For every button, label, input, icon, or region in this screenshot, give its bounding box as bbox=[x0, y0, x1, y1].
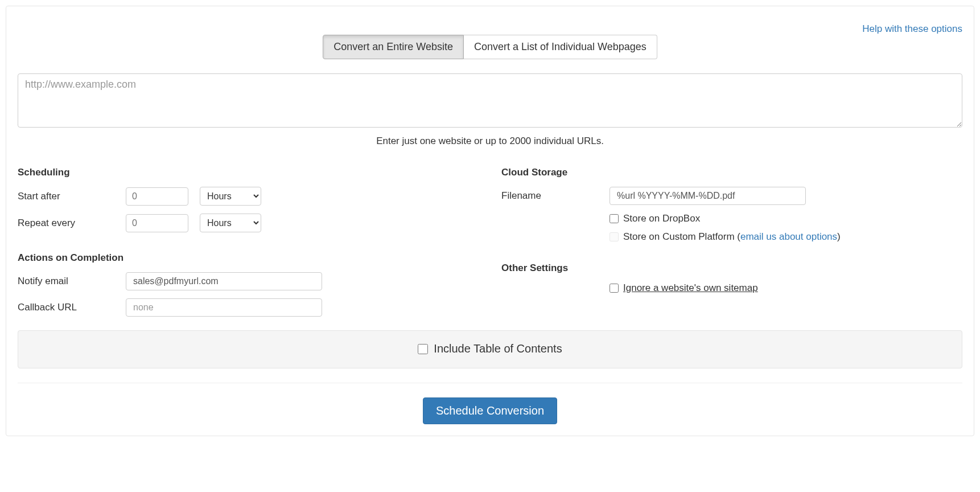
url-input-container bbox=[18, 73, 962, 130]
notify-email-input[interactable] bbox=[126, 272, 322, 290]
custom-platform-checkbox bbox=[610, 232, 619, 241]
callback-url-input[interactable] bbox=[126, 298, 322, 317]
repeat-every-input[interactable] bbox=[126, 214, 188, 232]
left-column: Scheduling Start after Hours Repeat ever… bbox=[18, 167, 479, 325]
filename-input[interactable] bbox=[610, 187, 806, 205]
schedule-conversion-button[interactable]: Schedule Conversion bbox=[423, 397, 557, 424]
divider bbox=[18, 383, 962, 383]
url-textarea[interactable] bbox=[18, 73, 962, 128]
help-link[interactable]: Help with these options bbox=[862, 23, 962, 35]
other-header: Other Settings bbox=[501, 263, 962, 274]
mode-tabs: Convert an Entire Website Convert a List… bbox=[18, 35, 962, 59]
ignore-sitemap-label: Ignore a website's own sitemap bbox=[623, 282, 758, 294]
filename-label: Filename bbox=[501, 190, 610, 202]
repeat-every-unit-select[interactable]: Hours bbox=[200, 214, 261, 232]
ignore-sitemap-checkbox[interactable] bbox=[610, 284, 619, 293]
toc-banner: Include Table of Contents bbox=[18, 330, 962, 368]
settings-panel: Help with these options Convert an Entir… bbox=[6, 6, 974, 436]
cloud-header: Cloud Storage bbox=[501, 167, 962, 178]
repeat-every-label: Repeat every bbox=[18, 218, 126, 229]
tab-convert-list-webpages[interactable]: Convert a List of Individual Webpages bbox=[464, 35, 657, 59]
url-helper-text: Enter just one website or up to 2000 ind… bbox=[18, 136, 962, 147]
toc-label: Include Table of Contents bbox=[434, 342, 562, 355]
notify-email-label: Notify email bbox=[18, 276, 126, 287]
dropbox-checkbox[interactable] bbox=[610, 214, 619, 223]
toc-checkbox[interactable] bbox=[418, 344, 428, 354]
custom-platform-label: Store on Custom Platform (email us about… bbox=[623, 231, 841, 243]
right-column: Cloud Storage Filename Store on DropBox … bbox=[501, 167, 962, 325]
start-after-unit-select[interactable]: Hours bbox=[200, 187, 261, 206]
scheduling-header: Scheduling bbox=[18, 167, 479, 178]
callback-url-label: Callback URL bbox=[18, 302, 126, 313]
actions-header: Actions on Completion bbox=[18, 252, 479, 264]
start-after-label: Start after bbox=[18, 191, 126, 202]
dropbox-label: Store on DropBox bbox=[623, 213, 700, 224]
tab-convert-entire-website[interactable]: Convert an Entire Website bbox=[323, 35, 464, 59]
start-after-input[interactable] bbox=[126, 187, 188, 206]
email-options-link[interactable]: email us about options bbox=[740, 231, 837, 242]
